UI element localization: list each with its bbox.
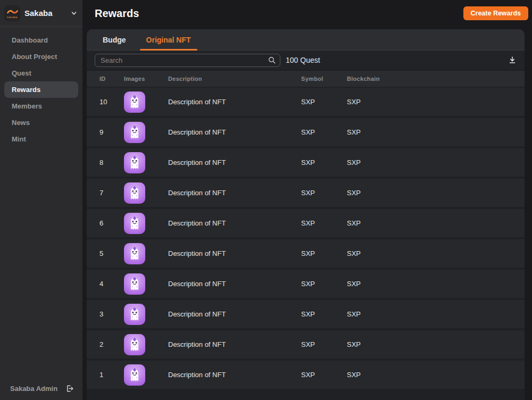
active-tab-underline	[140, 49, 197, 51]
col-images: Images	[124, 76, 168, 82]
table-header: ID Images Description Symbol Blockchain	[87, 71, 525, 87]
row-blockchain: SXP	[347, 249, 525, 257]
col-blockchain: Blockchain	[347, 76, 525, 82]
row-image-cell	[124, 364, 168, 386]
row-symbol: SXP	[301, 189, 347, 197]
table-body: 10 Description of NFT SXP SXP	[87, 88, 525, 400]
row-description: Description of NFT	[168, 189, 301, 197]
row-id: 9	[99, 128, 124, 136]
sidebar-item-mint[interactable]: Mint	[4, 131, 78, 147]
tab-label: Original NFT	[146, 36, 191, 44]
sidebar-item-label: Mint	[12, 135, 26, 143]
col-symbol: Symbol	[301, 76, 347, 82]
sidebar-item-label: News	[12, 119, 30, 127]
col-description: Description	[168, 76, 301, 82]
row-symbol: SXP	[301, 159, 347, 166]
row-symbol: SXP	[301, 219, 347, 227]
table-row[interactable]: 6 Description of NFT SXP SXP	[87, 209, 525, 237]
row-id: 6	[99, 219, 124, 227]
chevron-down-icon[interactable]	[71, 10, 77, 16]
row-blockchain: SXP	[347, 189, 525, 197]
sakaba-logo-icon: SAKABA	[4, 5, 20, 21]
table-row[interactable]: 5 Description of NFT SXP SXP	[87, 239, 525, 268]
nft-image[interactable]	[124, 243, 168, 264]
row-description: Description of NFT	[168, 128, 301, 136]
table-row[interactable]: 1 Description of NFT SXP SXP	[87, 361, 525, 389]
nft-image[interactable]	[124, 152, 168, 173]
sidebar-item-label: Quest	[12, 69, 31, 77]
row-image-cell	[124, 243, 168, 264]
row-image-cell	[124, 152, 168, 173]
row-id: 8	[99, 159, 124, 166]
table-row[interactable]: 9 Description of NFT SXP SXP	[87, 118, 525, 146]
table-row[interactable]: 8 Description of NFT SXP SXP	[87, 148, 525, 177]
tab-budge[interactable]: Budge	[96, 29, 132, 50]
nft-image[interactable]	[124, 334, 168, 355]
row-image-cell	[124, 304, 168, 325]
row-blockchain: SXP	[347, 159, 525, 166]
search-box	[95, 54, 280, 67]
table-row[interactable]: 7 Description of NFT SXP SXP	[87, 179, 525, 207]
table-row[interactable]: 4 Description of NFT SXP SXP	[87, 270, 525, 298]
sidebar-item-news[interactable]: News	[4, 114, 78, 131]
row-image-cell	[124, 91, 168, 113]
row-symbol: SXP	[301, 249, 347, 257]
workspace-switcher[interactable]: SAKABA Sakaba	[0, 0, 82, 27]
sidebar-item-about-project[interactable]: About Project	[4, 48, 78, 65]
row-blockchain: SXP	[347, 98, 525, 106]
table-row[interactable]: 10 Description of NFT SXP SXP	[87, 88, 525, 116]
row-blockchain: SXP	[347, 219, 525, 227]
row-symbol: SXP	[301, 340, 347, 348]
row-description: Description of NFT	[168, 249, 301, 257]
nft-image[interactable]	[124, 213, 168, 234]
create-rewards-button[interactable]: Create Rewards	[463, 6, 529, 20]
sidebar-item-label: Dashboard	[12, 36, 48, 44]
row-image-cell	[124, 273, 168, 295]
table-row[interactable]: 2 Description of NFT SXP SXP	[87, 330, 525, 359]
sidebar: SAKABA Sakaba DashboardAbout ProjectQues…	[0, 0, 82, 400]
rewards-panel: BudgeOriginal NFT 100 Quest	[87, 29, 525, 400]
brand-name: Sakaba	[24, 9, 71, 18]
row-blockchain: SXP	[347, 371, 525, 379]
sidebar-item-rewards[interactable]: Rewards	[4, 81, 78, 98]
search-input[interactable]	[95, 54, 280, 67]
nft-image[interactable]	[124, 122, 168, 143]
row-symbol: SXP	[301, 280, 347, 288]
nft-image[interactable]	[124, 273, 168, 295]
row-description: Description of NFT	[168, 340, 301, 348]
sidebar-item-label: Rewards	[12, 86, 40, 94]
toolbar: 100 Quest	[87, 51, 525, 71]
row-description: Description of NFT	[168, 219, 301, 227]
sidebar-item-members[interactable]: Members	[4, 98, 78, 114]
nft-image[interactable]	[124, 364, 168, 386]
sidebar-nav: DashboardAbout ProjectQuestRewardsMember…	[0, 27, 82, 384]
row-symbol: SXP	[301, 371, 347, 379]
row-image-cell	[124, 213, 168, 234]
nft-image[interactable]	[124, 182, 168, 204]
row-image-cell	[124, 122, 168, 143]
tab-original-nft[interactable]: Original NFT	[140, 29, 197, 50]
nft-image[interactable]	[124, 91, 168, 113]
sidebar-item-dashboard[interactable]: Dashboard	[4, 32, 78, 48]
tab-bar: BudgeOriginal NFT	[87, 29, 525, 51]
row-description: Description of NFT	[168, 371, 301, 379]
row-id: 3	[99, 310, 124, 318]
page-title: Rewards	[95, 7, 463, 20]
sidebar-footer: Sakaba Admin	[0, 384, 82, 400]
row-id: 10	[99, 98, 124, 106]
row-description: Description of NFT	[168, 159, 301, 166]
nft-image[interactable]	[124, 304, 168, 325]
row-id: 1	[99, 371, 124, 379]
row-description: Description of NFT	[168, 98, 301, 106]
row-image-cell	[124, 182, 168, 204]
main-content: Rewards Create Rewards BudgeOriginal NFT…	[82, 0, 532, 400]
sidebar-item-quest[interactable]: Quest	[4, 65, 78, 81]
search-icon[interactable]	[268, 56, 276, 66]
row-symbol: SXP	[301, 310, 347, 318]
row-blockchain: SXP	[347, 128, 525, 136]
row-blockchain: SXP	[347, 280, 525, 288]
logout-icon[interactable]	[65, 384, 74, 393]
download-icon[interactable]	[508, 56, 517, 64]
row-id: 7	[99, 189, 124, 197]
table-row[interactable]: 3 Description of NFT SXP SXP	[87, 300, 525, 328]
